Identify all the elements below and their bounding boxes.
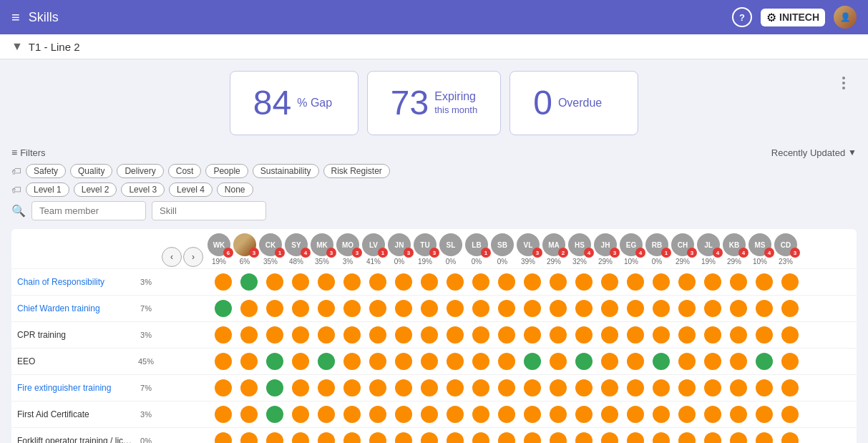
skill-dot[interactable] <box>421 300 438 317</box>
skill-dot[interactable] <box>678 432 696 443</box>
skill-dot[interactable] <box>447 326 464 344</box>
skill-dot[interactable] <box>575 300 593 317</box>
level-chip[interactable]: Level 3 <box>121 182 165 197</box>
skill-dot[interactable] <box>498 406 515 423</box>
skill-dot[interactable] <box>215 273 232 291</box>
skill-dot[interactable] <box>266 432 283 443</box>
skill-dot[interactable] <box>550 273 567 291</box>
skill-dot[interactable] <box>678 273 696 291</box>
skill-dot[interactable] <box>266 406 283 423</box>
skill-dot[interactable] <box>653 300 670 317</box>
skill-dot[interactable] <box>653 432 670 443</box>
category-chip[interactable]: Risk Register <box>323 164 390 178</box>
skill-dot[interactable] <box>447 300 464 317</box>
skill-dot[interactable] <box>575 379 593 396</box>
skill-dot[interactable] <box>704 353 721 370</box>
skill-dot[interactable] <box>266 379 283 396</box>
help-button[interactable]: ? <box>732 7 752 27</box>
skill-dot[interactable] <box>678 406 696 423</box>
skill-dot[interactable] <box>781 432 799 443</box>
skill-dot[interactable] <box>627 406 644 423</box>
skill-dot[interactable] <box>369 326 386 344</box>
skill-dot[interactable] <box>266 273 283 291</box>
skill-dot[interactable] <box>575 273 593 291</box>
skill-dot[interactable] <box>730 406 747 423</box>
skill-dot[interactable] <box>472 379 489 396</box>
skill-dot[interactable] <box>781 300 799 317</box>
skill-dot[interactable] <box>369 432 386 443</box>
skill-dot[interactable] <box>575 406 593 423</box>
skill-dot[interactable] <box>318 432 335 443</box>
skill-dot[interactable] <box>318 353 335 370</box>
skill-name[interactable]: Chief Warden training <box>11 303 133 313</box>
skill-dot[interactable] <box>524 273 541 291</box>
skill-dot[interactable] <box>292 326 309 344</box>
skill-dot[interactable] <box>601 406 618 423</box>
skill-dot[interactable] <box>395 432 412 443</box>
skill-dot[interactable] <box>678 300 696 317</box>
skill-dot[interactable] <box>704 273 721 291</box>
skill-dot[interactable] <box>421 379 438 396</box>
skill-dot[interactable] <box>472 432 489 443</box>
skill-dot[interactable] <box>292 406 309 423</box>
filters-button[interactable]: ≡ Filters <box>11 147 46 158</box>
skill-dot[interactable] <box>653 379 670 396</box>
skill-dot[interactable] <box>472 406 489 423</box>
level-chip[interactable]: None <box>217 182 253 197</box>
skill-dot[interactable] <box>550 353 567 370</box>
skill-dot[interactable] <box>601 326 618 344</box>
category-chip[interactable]: Cost <box>168 164 202 178</box>
skill-dot[interactable] <box>369 353 386 370</box>
skill-dot[interactable] <box>756 300 773 317</box>
level-chip[interactable]: Level 1 <box>26 182 69 197</box>
skill-dot[interactable] <box>369 406 386 423</box>
skill-dot[interactable] <box>472 326 489 344</box>
skill-dot[interactable] <box>498 432 515 443</box>
skill-dot[interactable] <box>653 273 670 291</box>
skill-dot[interactable] <box>472 273 489 291</box>
next-button[interactable]: › <box>183 247 203 267</box>
skill-dot[interactable] <box>678 379 696 396</box>
category-chip[interactable]: Quality <box>70 164 112 178</box>
skill-dot[interactable] <box>730 300 747 317</box>
skill-dot[interactable] <box>550 406 567 423</box>
skill-dot[interactable] <box>292 300 309 317</box>
skill-dot[interactable] <box>550 326 567 344</box>
skill-dot[interactable] <box>524 432 541 443</box>
skill-dot[interactable] <box>447 379 464 396</box>
skill-dot[interactable] <box>601 432 618 443</box>
skill-dot[interactable] <box>318 326 335 344</box>
skill-dot[interactable] <box>550 379 567 396</box>
recently-updated-button[interactable]: Recently Updated ▼ <box>771 147 857 158</box>
skill-dot[interactable] <box>215 379 232 396</box>
skill-dot[interactable] <box>215 432 232 443</box>
skill-dot[interactable] <box>343 353 361 370</box>
skill-dot[interactable] <box>601 300 618 317</box>
skill-dot[interactable] <box>627 273 644 291</box>
skill-dot[interactable] <box>395 406 412 423</box>
category-chip[interactable]: Sustainability <box>253 164 319 178</box>
skill-dot[interactable] <box>678 353 696 370</box>
skill-input[interactable] <box>152 201 266 220</box>
skill-dot[interactable] <box>678 326 696 344</box>
skill-dot[interactable] <box>369 379 386 396</box>
skill-dot[interactable] <box>421 432 438 443</box>
skill-dot[interactable] <box>550 432 567 443</box>
skill-dot[interactable] <box>240 326 258 344</box>
skill-dot[interactable] <box>447 432 464 443</box>
skill-dot[interactable] <box>781 406 799 423</box>
skill-dot[interactable] <box>627 300 644 317</box>
skill-dot[interactable] <box>343 379 361 396</box>
skill-dot[interactable] <box>498 353 515 370</box>
skill-dot[interactable] <box>369 273 386 291</box>
skill-dot[interactable] <box>756 379 773 396</box>
skill-dot[interactable] <box>704 300 721 317</box>
level-chip[interactable]: Level 4 <box>169 182 213 197</box>
skill-dot[interactable] <box>318 273 335 291</box>
skill-dot[interactable] <box>472 300 489 317</box>
skill-dot[interactable] <box>550 300 567 317</box>
menu-icon[interactable]: ≡ <box>11 9 20 26</box>
skill-dot[interactable] <box>343 300 361 317</box>
skill-dot[interactable] <box>292 379 309 396</box>
skill-dot[interactable] <box>343 273 361 291</box>
